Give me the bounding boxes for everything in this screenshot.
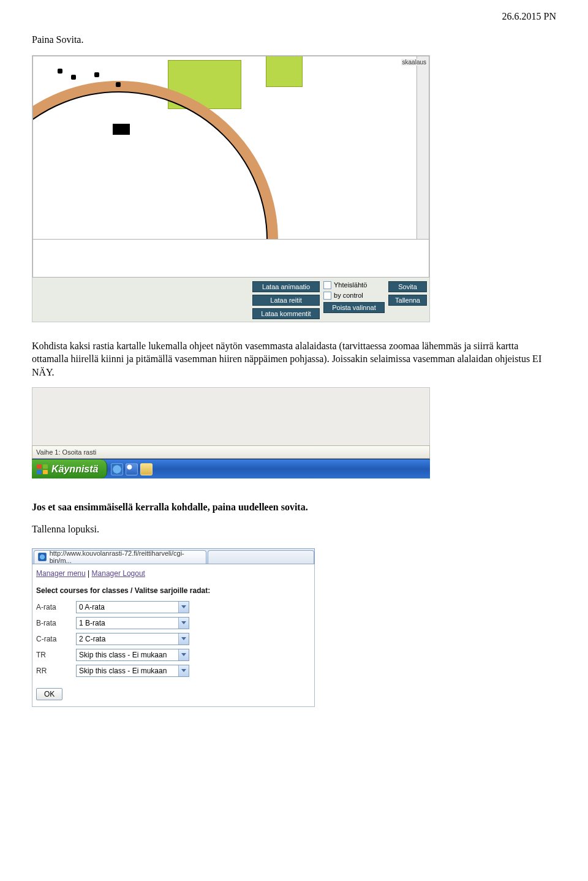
statusbar-text: Vaihe 1: Osoita rasti (36, 448, 96, 456)
quick-launch (107, 459, 156, 478)
manager-menu-link[interactable]: Manager menu (36, 569, 86, 578)
course-label: C-rata (36, 635, 70, 643)
course-select-rr[interactable]: Skip this class - Ei mukaan (76, 665, 189, 677)
taskbar: Käynnistä (32, 459, 430, 478)
screenshot-taskbar: Vaihe 1: Osoita rasti Käynnistä (32, 387, 430, 478)
course-row-b: B-rata 1 B-rata (36, 617, 311, 629)
intro-line: Paina Sovita. (32, 33, 556, 47)
chevron-down-icon (178, 633, 189, 645)
map-right-rail[interactable] (417, 56, 429, 239)
ie-tabbar: http://www.kouvolanrasti-72.fi/reittihar… (32, 548, 315, 564)
by-control-label: by control (334, 292, 363, 299)
para-instructions-2: Jos et saa ensimmäisellä kerralla kohdal… (32, 501, 556, 514)
course-row-rr: RR Skip this class - Ei mukaan (36, 665, 311, 677)
clear-selections-button[interactable]: Poista valinnat (323, 302, 385, 313)
course-select-value: 2 C-rata (77, 635, 178, 643)
section-heading: Select courses for classes / Valitse sar… (36, 586, 311, 595)
start-label: Käynnistä (51, 464, 98, 475)
manager-logout-link[interactable]: Manager Logout (92, 569, 145, 578)
course-select-value: Skip this class - Ei mukaan (77, 651, 178, 659)
course-select-value: 1 B-rata (77, 619, 178, 627)
explorer-quicklaunch-icon[interactable] (140, 463, 153, 475)
rail-scaling-label: skaalaus (401, 59, 428, 66)
map-canvas[interactable]: skaalaus (32, 56, 429, 240)
save-button[interactable]: Tallenna (388, 295, 427, 306)
load-animation-button[interactable]: Lataa animaatio (252, 281, 320, 292)
course-select-value: 0 A-rata (77, 603, 178, 611)
statusbar: Vaihe 1: Osoita rasti (32, 445, 430, 459)
course-label: A-rata (36, 603, 70, 611)
link-separator: | (88, 569, 89, 578)
manager-links: Manager menu | Manager Logout (36, 569, 311, 578)
course-select-tr[interactable]: Skip this class - Ei mukaan (76, 649, 189, 661)
course-select-b[interactable]: 1 B-rata (76, 617, 189, 629)
course-row-c: C-rata 2 C-rata (36, 633, 311, 645)
ie-tab-new[interactable] (208, 550, 315, 564)
map-lower-blank (32, 240, 429, 278)
ie-page-body: Manager menu | Manager Logout Select cou… (32, 564, 315, 707)
blank-upper-area (32, 387, 430, 445)
ie-tab-url: http://www.kouvolanrasti-72.fi/reittihar… (50, 550, 202, 564)
by-control-checkbox[interactable] (323, 292, 331, 300)
map-controls: Lataa animaatio Lataa reitit Lataa komme… (32, 278, 429, 322)
ie-quicklaunch-icon[interactable] (111, 463, 123, 475)
ie-favicon-icon (38, 553, 47, 561)
chevron-down-icon (178, 618, 189, 629)
quicklaunch-icon-2[interactable] (126, 463, 138, 475)
course-label: B-rata (36, 619, 70, 627)
map-building (113, 124, 130, 135)
start-button[interactable]: Käynnistä (32, 459, 107, 478)
mass-start-checkbox[interactable] (323, 281, 331, 289)
chevron-down-icon (178, 665, 189, 676)
course-select-value: Skip this class - Ei mukaan (77, 667, 178, 675)
windows-logo-icon (37, 464, 48, 474)
course-row-a: A-rata 0 A-rata (36, 601, 311, 613)
header-date: 26.6.2015 PN (32, 11, 556, 22)
para-instructions-3: Tallenna lopuksi. (32, 523, 556, 536)
load-comments-button[interactable]: Lataa kommentit (252, 308, 320, 319)
mass-start-label: Yhteislähtö (334, 281, 367, 289)
ie-tab-active[interactable]: http://www.kouvolanrasti-72.fi/reittihar… (34, 550, 206, 564)
ok-button[interactable]: OK (36, 688, 62, 700)
course-label: RR (36, 667, 70, 675)
chevron-down-icon (178, 649, 189, 660)
load-routes-button[interactable]: Lataa reitit (252, 295, 320, 306)
course-row-tr: TR Skip this class - Ei mukaan (36, 649, 311, 661)
course-select-a[interactable]: 0 A-rata (76, 601, 189, 613)
fit-button[interactable]: Sovita (388, 281, 427, 292)
course-select-c[interactable]: 2 C-rata (76, 633, 189, 645)
course-label: TR (36, 651, 70, 659)
para-instructions-1: Kohdista kaksi rastia kartalle lukemalla… (32, 339, 556, 379)
chevron-down-icon (178, 602, 189, 613)
map-green-area-2 (266, 56, 303, 87)
screenshot-map-editor: skaalaus Lataa animaatio Lataa reitit La… (32, 55, 430, 322)
screenshot-ie-window: http://www.kouvolanrasti-72.fi/reittihar… (32, 548, 315, 707)
